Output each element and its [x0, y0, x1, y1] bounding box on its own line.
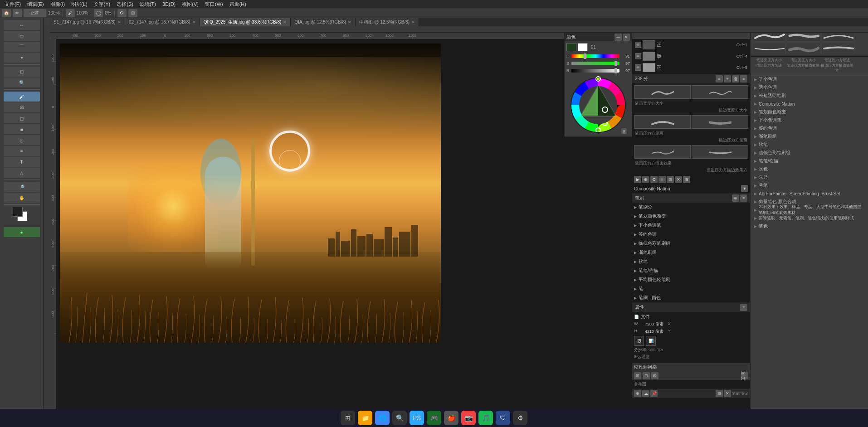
- taskbar-camera[interactable]: 📷: [461, 411, 476, 425]
- tool-hand[interactable]: ✋: [4, 193, 40, 203]
- layer-2-vis[interactable]: 👁: [635, 53, 641, 59]
- menu-help[interactable]: 帮助(H): [227, 0, 249, 8]
- layer-item-2[interactable]: 👁 渗 Ctrl+4: [633, 51, 749, 62]
- outer-brush-5[interactable]: ▶ 下小色调笔: [751, 116, 868, 124]
- tool-blur[interactable]: ◎: [4, 135, 40, 145]
- brush-preset-2[interactable]: [692, 85, 748, 99]
- brush-options[interactable]: ≡: [740, 75, 747, 82]
- menu-image[interactable]: 图像(I): [48, 0, 68, 8]
- menu-select[interactable]: 选择(S): [114, 0, 136, 8]
- brush-action-3[interactable]: ⚙: [650, 176, 658, 183]
- taskbar-ps[interactable]: PS: [410, 411, 424, 425]
- outer-brush-14[interactable]: ▶ AbrForPainter_SpeedPainting_BrushSet: [751, 189, 868, 198]
- taskbar-explorer[interactable]: 📁: [358, 411, 372, 425]
- brush-group-5[interactable]: ▶ 渐笔刷组: [632, 248, 750, 257]
- outer-brush-6[interactable]: ▶ 签约色调: [751, 124, 868, 132]
- menu-layer[interactable]: 图层(L): [68, 0, 90, 8]
- color-panel-close[interactable]: ✕: [623, 34, 630, 41]
- tab-3[interactable]: QIA.jpg @ 12.5%(RGB/8) ✕: [291, 18, 356, 26]
- hue-track[interactable]: [571, 54, 619, 58]
- tool-move[interactable]: ↔: [4, 20, 40, 30]
- tool-gradient[interactable]: ■: [4, 124, 40, 134]
- outer-brush-9[interactable]: ▶ 临低色彩笔刷组: [751, 149, 868, 157]
- brush-icon[interactable]: ✏: [13, 9, 22, 17]
- outer-brush-4[interactable]: ▶ 笔划颜色渐变: [751, 108, 868, 116]
- tool-eyedrop[interactable]: 🔍: [4, 78, 40, 87]
- taskbar-windows[interactable]: ⊞: [341, 411, 355, 425]
- tab-2[interactable]: QIIQ_2925+生活.jpg @ 33.6%(RGB/8) ✕: [200, 18, 291, 26]
- grid-btn-2[interactable]: ⊟: [643, 372, 650, 379]
- tab-3-close[interactable]: ✕: [348, 18, 351, 26]
- tab-0-close[interactable]: ✕: [117, 18, 121, 26]
- brush-group-3[interactable]: ▶ 签约色调: [632, 230, 750, 239]
- taskbar-search[interactable]: 🔍: [392, 411, 407, 425]
- brush-preset-5[interactable]: [634, 145, 691, 159]
- menu-window[interactable]: 窗口(W): [202, 0, 226, 8]
- tool-crop[interactable]: ⊡: [4, 67, 40, 77]
- brush-group-8[interactable]: ▶ 平均颜色轻笔刷: [632, 275, 750, 284]
- brush-action-4[interactable]: ≡: [658, 176, 666, 183]
- flow-icon[interactable]: 🖌: [66, 9, 75, 17]
- brush-action-5[interactable]: ⊞: [667, 176, 674, 183]
- brush-list-view[interactable]: ≡: [716, 75, 723, 82]
- color-wheel-container[interactable]: ⊞: [569, 76, 628, 135]
- tool-zoom[interactable]: 🔎: [4, 182, 40, 192]
- tool-lasso[interactable]: ⌒: [4, 42, 40, 52]
- layer-item-1[interactable]: 👁 正 Ctrl+1: [633, 39, 749, 50]
- bottom-ctrl-3[interactable]: 📌: [650, 390, 658, 397]
- brush-section-header[interactable]: 笔刷 ⊕ ≡: [632, 194, 750, 203]
- foreground-color[interactable]: [13, 207, 23, 217]
- brush-action-6[interactable]: ✕: [675, 176, 682, 183]
- brush-action-1[interactable]: ▶: [634, 176, 641, 183]
- taskbar-music[interactable]: 🎵: [478, 411, 493, 425]
- outer-brush-10[interactable]: ▶ 笔笔/临描: [751, 157, 868, 165]
- layer-1-vis[interactable]: 👁: [635, 42, 641, 48]
- brush-group-1[interactable]: ▶ 笔划颜色渐变: [632, 212, 750, 221]
- brush-section-btn2[interactable]: ≡: [740, 194, 747, 202]
- tool-stamp[interactable]: ✉: [4, 102, 40, 112]
- fg-swatch[interactable]: [566, 43, 576, 51]
- hue-thumb[interactable]: [584, 53, 586, 59]
- menu-3d[interactable]: 3D(D): [160, 0, 178, 8]
- taskbar-apple[interactable]: 🍎: [444, 411, 458, 425]
- taskbar-chrome[interactable]: 🌐: [375, 411, 390, 425]
- brush-group-6[interactable]: ▶ 软笔: [632, 257, 750, 266]
- taskbar-settings[interactable]: ⚙: [513, 411, 527, 425]
- home-icon[interactable]: 🏠: [2, 9, 11, 17]
- tool-text[interactable]: T: [4, 157, 40, 167]
- brush-delete[interactable]: 🗑: [732, 75, 739, 82]
- brush-group-9[interactable]: ▶ 笔: [632, 284, 750, 293]
- brush-group-4[interactable]: ▶ 临低色彩笔刷组: [632, 239, 750, 248]
- tab-0[interactable]: S1_7147.jpg @ 16.7%(RGB/8) ✕: [50, 18, 125, 26]
- sat-track[interactable]: [571, 62, 619, 65]
- color-panel-minimize[interactable]: —: [614, 34, 622, 41]
- brush-preset-6[interactable]: [692, 145, 748, 159]
- properties-options[interactable]: ≡: [740, 304, 747, 311]
- menu-edit[interactable]: 编辑(E): [24, 0, 47, 8]
- brush-preset-3[interactable]: [634, 115, 691, 129]
- tab-4[interactable]: 中档图 @ 12.5%(RGB/8) ✕: [356, 18, 419, 26]
- bottom-expand-btn[interactable]: ⊞: [716, 390, 723, 397]
- stroke-thumb-6[interactable]: [821, 43, 855, 54]
- menu-file[interactable]: 文件(F): [2, 0, 24, 8]
- outer-brush-12[interactable]: ▶ 乐乃: [751, 173, 868, 181]
- sat-thumb[interactable]: [614, 61, 617, 66]
- brush-section-btn1[interactable]: ⊕: [732, 194, 739, 202]
- outer-brush-0[interactable]: ▶ 了小色调: [751, 75, 868, 83]
- bright-thumb[interactable]: [614, 68, 617, 73]
- grid-btn-1[interactable]: ⊞: [634, 372, 641, 379]
- outer-brush-16[interactable]: ▶ 21种效果：效果、样品、专品、大型中号笔色和其他图层笔刷组和笔刷效果材: [751, 206, 868, 214]
- brush-group-10[interactable]: ▶ 笔刷 - 颜色: [632, 293, 750, 302]
- brush-expand-btn[interactable]: ▼: [741, 185, 748, 192]
- outer-brush-2[interactable]: ▶ 长短透明笔刷: [751, 92, 868, 100]
- color-swatches[interactable]: [13, 207, 31, 223]
- bg-swatch[interactable]: [578, 43, 588, 51]
- menu-filter[interactable]: 滤镜(T): [137, 0, 159, 8]
- taskbar-security[interactable]: 🛡: [496, 411, 510, 425]
- settings-icon[interactable]: ⚙: [117, 9, 127, 17]
- grid-btn-3[interactable]: ⊠: [651, 372, 658, 379]
- stroke-thumb-4[interactable]: [752, 43, 786, 54]
- mode-icon[interactable]: 正常: [24, 9, 46, 17]
- outer-brush-8[interactable]: ▶ 软笔: [751, 141, 868, 149]
- tool-mode[interactable]: ●: [4, 227, 40, 237]
